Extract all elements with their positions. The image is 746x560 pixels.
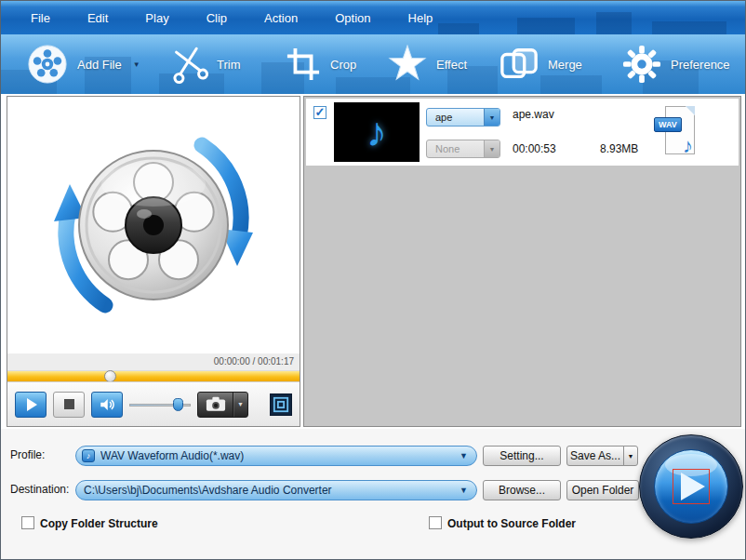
convert-play-icon xyxy=(681,473,705,500)
snapshot-button[interactable]: ▼ xyxy=(197,392,248,418)
toolbar: Add File ▼ Trim Crop Ef xyxy=(1,34,745,94)
speaker-icon xyxy=(99,396,115,413)
effect-select[interactable]: None ▼ xyxy=(426,140,500,158)
output-panel: Profile: ♪ WAV Waveform Audio(*.wav) ▼ S… xyxy=(1,429,745,560)
playback-controls: ▼ xyxy=(7,381,300,426)
menu-item-option[interactable]: Option xyxy=(335,11,370,25)
profile-value: WAV Waveform Audio(*.wav) xyxy=(100,449,244,462)
setting-button[interactable]: Setting... xyxy=(483,446,561,466)
destination-dropdown-icon[interactable]: ▼ xyxy=(460,486,468,495)
browse-button[interactable]: Browse... xyxy=(483,480,561,500)
copy-folder-structure-checkbox[interactable] xyxy=(21,516,34,529)
output-to-source-folder-checkbox[interactable] xyxy=(429,516,442,529)
time-display: 00:00:00 / 00:01:17 xyxy=(7,353,300,370)
seek-bar[interactable] xyxy=(7,370,300,381)
camera-icon xyxy=(206,396,226,412)
merge-button[interactable]: Merge xyxy=(500,34,582,94)
effect-button[interactable]: Effect xyxy=(388,34,467,94)
add-file-button[interactable]: Add File ▼ xyxy=(27,34,140,94)
wav-file-icon: ♪ WAV xyxy=(654,106,695,156)
menu-item-clip[interactable]: Clip xyxy=(206,11,227,25)
save-as-dropdown-icon[interactable]: ▼ xyxy=(623,446,638,466)
menu-item-file[interactable]: File xyxy=(31,11,50,25)
skyline-decoration xyxy=(517,18,575,34)
stop-icon xyxy=(64,399,74,409)
menu-bar: File Edit Play Clip Action Option Help xyxy=(1,1,745,34)
music-note-icon: ♪ xyxy=(683,136,693,156)
app-logo xyxy=(51,123,256,327)
music-note-icon: ♪ xyxy=(366,112,387,153)
menu-item-play[interactable]: Play xyxy=(145,11,168,25)
fullscreen-icon xyxy=(273,396,289,413)
preference-button[interactable]: Preference xyxy=(622,34,730,94)
stop-button[interactable] xyxy=(53,392,85,418)
effect-value: None xyxy=(427,143,484,154)
wav-badge: WAV xyxy=(654,117,682,132)
file-thumbnail: ♪ xyxy=(334,102,420,162)
fullscreen-button[interactable] xyxy=(270,393,292,416)
merge-icon xyxy=(500,46,539,83)
skyline-decoration xyxy=(596,12,632,34)
gear-icon xyxy=(622,45,661,84)
skyline-decoration xyxy=(438,23,479,34)
snapshot-main[interactable] xyxy=(198,393,233,417)
profile-dropdown-icon[interactable]: ▼ xyxy=(460,451,468,460)
crop-icon xyxy=(286,47,321,82)
scissors-icon xyxy=(167,43,210,86)
preview-area xyxy=(7,97,300,353)
preview-panel: 00:00:00 / 00:01:17 xyxy=(7,96,300,427)
file-duration: 00:00:53 xyxy=(513,142,556,155)
merge-label: Merge xyxy=(548,58,582,72)
preference-label: Preference xyxy=(671,58,730,72)
file-list-panel: ✓ ♪ ape ▼ None ▼ ape.wav 00:00:53 8.93MB… xyxy=(303,96,741,427)
effect-label: Effect xyxy=(436,58,467,72)
play-button[interactable] xyxy=(15,392,47,418)
menu-item-help[interactable]: Help xyxy=(408,11,433,25)
save-as-button[interactable]: Save As... xyxy=(566,446,624,466)
file-name: ape.wav xyxy=(513,108,554,121)
open-folder-button[interactable]: Open Folder xyxy=(566,480,639,500)
star-icon xyxy=(388,45,427,84)
destination-select[interactable]: C:\Users\bj\Documents\Avdshare Audio Con… xyxy=(75,480,477,500)
effect-dropdown-icon: ▼ xyxy=(484,140,500,157)
destination-value: C:\Users\bj\Documents\Avdshare Audio Con… xyxy=(84,484,332,497)
add-file-dropdown-icon[interactable]: ▼ xyxy=(133,60,140,69)
trim-button[interactable]: Trim xyxy=(170,34,241,94)
profile-label: Profile: xyxy=(10,448,45,461)
file-size: 8.93MB xyxy=(600,142,638,155)
crop-label: Crop xyxy=(330,58,356,72)
trim-label: Trim xyxy=(217,58,241,72)
volume-slider[interactable] xyxy=(129,392,191,418)
snapshot-dropdown-icon[interactable]: ▼ xyxy=(233,393,247,417)
app-window: File Edit Play Clip Action Option Help A… xyxy=(0,0,746,560)
page-fold-icon xyxy=(686,106,695,115)
film-reel-icon xyxy=(27,44,68,85)
skyline-decoration xyxy=(652,21,726,34)
volume-button[interactable] xyxy=(91,392,123,418)
output-to-source-folder-label: Output to Source Folder xyxy=(447,517,576,530)
destination-label: Destination: xyxy=(10,483,69,496)
format-select[interactable]: ape ▼ xyxy=(426,108,500,127)
menu-item-edit[interactable]: Edit xyxy=(87,11,108,25)
file-checkbox[interactable]: ✓ xyxy=(313,106,326,119)
convert-button[interactable] xyxy=(639,434,743,539)
volume-handle[interactable] xyxy=(173,398,183,411)
profile-select[interactable]: ♪ WAV Waveform Audio(*.wav) ▼ xyxy=(75,446,477,466)
file-list-item[interactable]: ✓ ♪ ape ▼ None ▼ ape.wav 00:00:53 8.93MB… xyxy=(306,99,739,166)
crop-button[interactable]: Crop xyxy=(286,34,356,94)
copy-folder-structure-label: Copy Folder Structure xyxy=(40,517,158,530)
play-icon xyxy=(27,398,37,411)
format-dropdown-icon[interactable]: ▼ xyxy=(484,109,500,126)
profile-format-icon: ♪ xyxy=(82,449,95,462)
add-file-label: Add File xyxy=(77,58,122,72)
format-value: ape xyxy=(427,112,484,123)
menu-item-action[interactable]: Action xyxy=(264,11,298,25)
